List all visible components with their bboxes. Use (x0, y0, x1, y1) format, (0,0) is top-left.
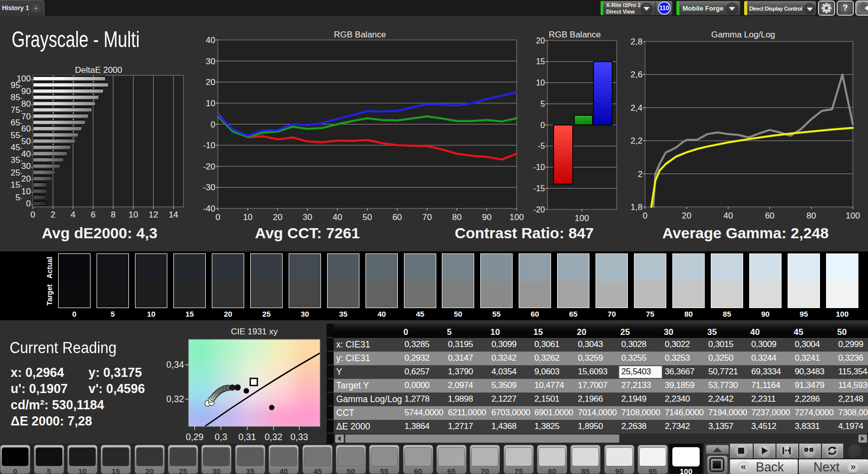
svg-text:20: 20 (536, 36, 545, 45)
svg-text:10: 10 (128, 210, 138, 220)
svg-text:55: 55 (11, 131, 20, 140)
svg-text:6: 6 (90, 210, 95, 220)
svg-text:10: 10 (21, 187, 31, 196)
svg-text:2,4: 2,4 (630, 103, 643, 113)
svg-text:12: 12 (149, 210, 158, 220)
svg-text:70: 70 (21, 112, 31, 121)
svg-text:90: 90 (482, 212, 491, 222)
svg-text:0: 0 (643, 211, 647, 221)
svg-text:50: 50 (21, 137, 31, 146)
svg-text:-20: -20 (533, 205, 545, 214)
svg-text:0: 0 (26, 199, 31, 208)
svg-text:1,8: 1,8 (630, 202, 643, 212)
svg-text:14: 14 (169, 210, 178, 220)
svg-text:RGB Balance: RGB Balance (549, 30, 601, 39)
svg-text:70: 70 (422, 212, 432, 222)
svg-text:0,32: 0,32 (166, 394, 184, 404)
svg-text:RGB Balance: RGB Balance (334, 30, 386, 39)
svg-text:0,34: 0,34 (166, 360, 184, 370)
svg-text:0: 0 (215, 212, 220, 222)
svg-text:30: 30 (303, 212, 312, 222)
svg-text:60: 60 (21, 124, 31, 134)
svg-text:2: 2 (638, 169, 643, 179)
svg-text:8: 8 (111, 210, 115, 220)
svg-text:0,31: 0,31 (238, 432, 256, 442)
svg-text:40: 40 (723, 211, 733, 221)
svg-text:4: 4 (71, 210, 75, 220)
svg-text:25: 25 (11, 168, 20, 178)
svg-text:2,8: 2,8 (630, 37, 643, 47)
svg-text:-10: -10 (203, 141, 215, 150)
svg-text:2,6: 2,6 (630, 70, 643, 79)
svg-text:50: 50 (362, 212, 372, 222)
svg-text:80: 80 (21, 99, 31, 109)
svg-text:0,33: 0,33 (290, 432, 308, 442)
svg-text:5: 5 (540, 100, 545, 108)
svg-text:2: 2 (51, 210, 55, 220)
svg-text:100: 100 (510, 212, 524, 222)
svg-text:0: 0 (211, 120, 215, 130)
svg-text:-5: -5 (538, 142, 545, 150)
svg-text:15: 15 (11, 180, 20, 190)
svg-text:40: 40 (206, 35, 215, 45)
svg-text:20: 20 (21, 174, 31, 184)
svg-text:10: 10 (243, 212, 253, 222)
svg-text:Gamma Log/Log: Gamma Log/Log (711, 30, 775, 39)
svg-text:40: 40 (333, 212, 342, 222)
svg-text:95: 95 (11, 80, 20, 90)
svg-text:15: 15 (536, 57, 545, 66)
svg-text:90: 90 (21, 87, 31, 96)
svg-text:20: 20 (206, 77, 215, 87)
svg-text:60: 60 (765, 211, 774, 221)
svg-text:60: 60 (392, 212, 402, 222)
svg-text:-30: -30 (203, 183, 215, 192)
svg-text:DeltaE 2000: DeltaE 2000 (75, 65, 122, 75)
svg-text:40: 40 (21, 149, 31, 159)
svg-text:100: 100 (846, 211, 860, 221)
svg-text:30: 30 (21, 161, 31, 171)
svg-text:80: 80 (452, 212, 462, 222)
svg-text:2,2: 2,2 (630, 136, 643, 146)
svg-text:-20: -20 (203, 162, 215, 171)
svg-text:100: 100 (575, 213, 589, 223)
svg-text:0: 0 (540, 121, 545, 130)
svg-text:20: 20 (273, 212, 283, 222)
svg-text:80: 80 (806, 211, 816, 221)
svg-text:-15: -15 (533, 184, 545, 193)
svg-text:0,29: 0,29 (186, 432, 203, 442)
svg-text:10: 10 (206, 99, 215, 108)
svg-text:0: 0 (30, 210, 35, 220)
svg-text:65: 65 (11, 118, 20, 127)
svg-text:0,32: 0,32 (264, 432, 282, 442)
svg-text:30: 30 (206, 57, 215, 66)
svg-text:75: 75 (11, 105, 20, 115)
svg-text:CIE 1931 xy: CIE 1931 xy (231, 327, 278, 336)
svg-text:85: 85 (11, 93, 20, 102)
svg-text:35: 35 (11, 155, 20, 165)
svg-text:45: 45 (11, 143, 20, 152)
svg-text:10: 10 (536, 78, 545, 87)
svg-text:-40: -40 (203, 204, 215, 213)
svg-text:5: 5 (16, 193, 20, 202)
svg-text:0,3: 0,3 (214, 432, 227, 442)
svg-text:-10: -10 (533, 163, 545, 171)
svg-text:20: 20 (682, 211, 692, 221)
